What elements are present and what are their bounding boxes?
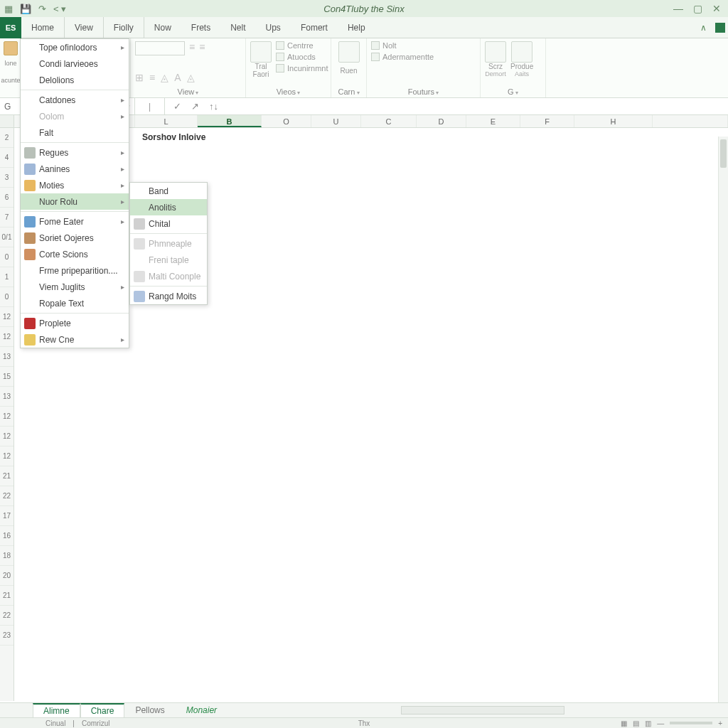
menu-item[interactable]: Chital: [130, 215, 207, 232]
menu-item[interactable]: Proplete: [21, 315, 129, 331]
row-header[interactable]: 18: [0, 546, 14, 566]
sheet-tab[interactable]: Pellows: [124, 703, 175, 717]
ribbon-item[interactable]: Atuocds: [287, 53, 316, 61]
col-U[interactable]: U: [311, 115, 361, 127]
menu-item[interactable]: Delolions: [21, 72, 129, 88]
row-header[interactable]: 13: [0, 347, 14, 367]
col-C[interactable]: C: [361, 115, 417, 127]
table-big-icon[interactable]: [250, 41, 272, 63]
check-icon[interactable]: [276, 64, 284, 73]
row-header[interactable]: 13: [0, 387, 14, 407]
ribbon-item[interactable]: Adermamentte: [382, 53, 434, 61]
qat-icon[interactable]: ▦: [4, 4, 13, 14]
outdent-icon[interactable]: ≡: [199, 41, 205, 53]
tab-help[interactable]: Help: [338, 17, 375, 38]
tab-frets[interactable]: Frets: [181, 17, 220, 38]
col-F[interactable]: F: [520, 115, 574, 127]
col-O[interactable]: O: [262, 115, 311, 127]
zoom-in-icon[interactable]: +: [718, 719, 722, 727]
row-header[interactable]: 12: [0, 427, 14, 446]
check-icon[interactable]: [276, 41, 284, 50]
row-header[interactable]: 2: [0, 128, 14, 148]
row-header[interactable]: 12: [0, 327, 14, 347]
row-header[interactable]: 22: [0, 486, 14, 506]
tab-nelt[interactable]: Nelt: [220, 17, 255, 38]
enter-fx-icon[interactable]: ↗: [191, 101, 199, 112]
row-header[interactable]: 12: [0, 307, 14, 327]
row-header[interactable]: 6: [0, 188, 14, 208]
minimize-button[interactable]: —: [673, 3, 683, 14]
size-dropdown[interactable]: [135, 41, 185, 55]
sheet-tab[interactable]: Monaier: [176, 703, 228, 717]
ribbon-item[interactable]: Centrre: [287, 41, 314, 50]
tab-now[interactable]: Now: [144, 17, 181, 38]
row-header[interactable]: 15: [0, 367, 14, 387]
tab-view[interactable]: View: [65, 17, 104, 38]
tab-fiolly[interactable]: Fiolly: [104, 17, 144, 38]
menu-item[interactable]: Viem Juglits: [21, 279, 129, 295]
col-D[interactable]: D: [417, 115, 466, 127]
zoom-slider[interactable]: [670, 722, 712, 724]
redo-icon[interactable]: ↷: [38, 4, 46, 14]
tab-fomert[interactable]: Fomert: [291, 17, 338, 38]
view-layout-icon[interactable]: ▤: [633, 719, 639, 727]
sheet-tab[interactable]: Chare: [80, 703, 125, 717]
produe-big-icon[interactable]: [511, 41, 532, 63]
menu-item[interactable]: Rew Cne: [21, 331, 129, 348]
row-header[interactable]: 21: [0, 586, 14, 606]
menu-item[interactable]: Moties: [21, 177, 129, 193]
row-header[interactable]: 20: [0, 566, 14, 586]
tab-ups[interactable]: Ups: [256, 17, 291, 38]
macro-big-icon[interactable]: [485, 41, 506, 63]
check-icon[interactable]: [276, 53, 284, 61]
menu-item[interactable]: Frme pripeparition....: [21, 262, 129, 279]
ribbon-pin-icon[interactable]: [715, 23, 725, 33]
row-header[interactable]: 22: [0, 606, 14, 626]
row-header[interactable]: 23: [0, 626, 14, 646]
menu-item[interactable]: Falt: [21, 124, 129, 141]
menu-item[interactable]: Regues: [21, 144, 129, 161]
col-E[interactable]: E: [466, 115, 520, 127]
undo-icon[interactable]: < ▾: [53, 4, 66, 14]
view-break-icon[interactable]: ▥: [645, 719, 651, 727]
ribbon-collapse-icon[interactable]: ∧: [700, 23, 711, 33]
menu-item[interactable]: Fome Eater: [21, 213, 129, 230]
maximize-button[interactable]: ▢: [693, 3, 702, 14]
select-all-corner[interactable]: [0, 115, 14, 127]
menu-item[interactable]: Band: [130, 183, 207, 199]
horizontal-scrollbar[interactable]: [401, 706, 564, 714]
view-normal-icon[interactable]: ▦: [621, 719, 627, 727]
row-header[interactable]: 0: [0, 287, 14, 307]
menu-item[interactable]: Anolitis: [130, 199, 207, 215]
scrollbar-thumb[interactable]: [720, 139, 727, 168]
sheet-tab[interactable]: Alimne: [33, 703, 80, 717]
row-header[interactable]: 7: [0, 208, 14, 228]
arrange-icon[interactable]: [371, 53, 380, 61]
fx-icon[interactable]: ↑↓: [209, 101, 218, 112]
col-L[interactable]: L: [135, 115, 198, 127]
col-B[interactable]: B: [198, 115, 262, 127]
row-header[interactable]: 17: [0, 506, 14, 526]
menu-item[interactable]: Nuor Rolu: [21, 193, 129, 210]
zoom-out-icon[interactable]: —: [657, 719, 664, 727]
zoom-big-icon[interactable]: [338, 41, 360, 63]
row-header[interactable]: 4: [0, 148, 14, 168]
row-header[interactable]: 0: [0, 247, 14, 267]
close-button[interactable]: ✕: [712, 3, 721, 14]
menu-item[interactable]: Tope ofinlodors: [21, 39, 129, 55]
row-header[interactable]: 1: [0, 267, 14, 287]
indent-icon[interactable]: ≡: [189, 41, 195, 53]
menu-item[interactable]: Condi larvieoes: [21, 55, 129, 72]
highlight-icon[interactable]: ◬: [187, 72, 195, 83]
paste-icon[interactable]: [4, 41, 18, 55]
border-icon[interactable]: ⊞: [135, 72, 144, 83]
menu-item[interactable]: Soriet Oojeres: [21, 230, 129, 246]
save-icon[interactable]: 💾: [20, 4, 31, 14]
fill-icon[interactable]: ◬: [161, 72, 168, 83]
menu-item[interactable]: Rangd Moits: [130, 288, 207, 304]
row-header[interactable]: 12: [0, 407, 14, 427]
freeze-icon[interactable]: [371, 41, 380, 50]
ribbon-item[interactable]: Incunirnmnt: [287, 64, 328, 73]
text-color-icon[interactable]: A: [174, 72, 181, 83]
app-button[interactable]: ES: [0, 17, 21, 38]
